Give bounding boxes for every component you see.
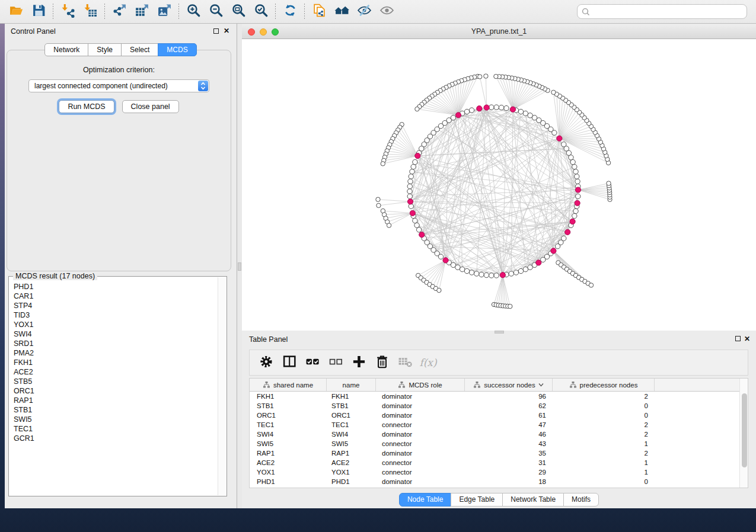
table-row[interactable]: ACE2ACE2connector311: [250, 458, 748, 467]
table-cell: TEC1: [250, 420, 327, 430]
select-all-button[interactable]: [305, 355, 320, 370]
splitter-handle[interactable]: [238, 262, 241, 271]
refresh-button[interactable]: [279, 3, 301, 21]
table-cell: RAP1: [250, 448, 327, 458]
import-network-button[interactable]: [56, 3, 79, 21]
tab-network-table[interactable]: Network Table: [502, 493, 564, 507]
mcds-result-item[interactable]: PMA2: [9, 348, 218, 358]
import-table-button[interactable]: [79, 3, 101, 21]
column-header-predecessor-nodes[interactable]: predecessor nodes: [553, 379, 655, 391]
table-cell: STB1: [250, 401, 327, 411]
close-panel-icon[interactable]: ✕: [224, 27, 229, 35]
vertical-splitter[interactable]: [237, 24, 242, 508]
open-session-button[interactable]: [5, 3, 27, 21]
mcds-result-item[interactable]: PHD1: [9, 282, 218, 291]
deselect-all-button[interactable]: [328, 355, 343, 370]
table-row[interactable]: ORC1ORC1dominator610: [250, 411, 748, 420]
save-session-button[interactable]: [27, 3, 50, 21]
control-panel-header: Control Panel ✕: [5, 24, 237, 39]
tab-style[interactable]: Style: [88, 43, 122, 56]
window-zoom-icon[interactable]: [272, 28, 279, 36]
table-panel: Table Panel ✕ f(x) shared namenameMCDS r…: [242, 331, 756, 508]
export-table-button[interactable]: [130, 3, 153, 21]
network-window-titlebar[interactable]: YPA_prune.txt_1: [242, 25, 756, 39]
table-row[interactable]: SWI4SWI4dominator462: [250, 430, 748, 439]
mcds-result-item[interactable]: SWI5: [9, 415, 218, 424]
float-panel-icon[interactable]: [213, 28, 219, 34]
mcds-result-item[interactable]: ACE2: [9, 367, 218, 377]
deselect-all-icon: [328, 354, 343, 371]
mcds-result-item[interactable]: FKH1: [9, 358, 218, 367]
table-row[interactable]: SWI5SWI5connector431: [250, 439, 748, 448]
export-image-button[interactable]: [153, 3, 176, 21]
mcds-result-item[interactable]: YOX1: [9, 320, 218, 329]
show-all-button[interactable]: [375, 3, 398, 21]
optimization-criterion-label: Optimization criterion:: [7, 66, 231, 74]
delete-column-button[interactable]: [375, 355, 389, 370]
add-column-icon: [352, 354, 366, 371]
mcds-result-item[interactable]: STB5: [9, 377, 218, 386]
column-header-successor-nodes[interactable]: successor nodes: [465, 379, 553, 391]
network-canvas[interactable]: [242, 39, 756, 331]
mcds-result-item[interactable]: RAP1: [9, 396, 218, 405]
close-panel-button[interactable]: Close panel: [122, 100, 179, 113]
tab-select[interactable]: Select: [121, 43, 158, 56]
float-table-panel-icon[interactable]: [735, 336, 741, 341]
table-cell: ORC1: [327, 411, 376, 420]
tab-edge-table[interactable]: Edge Table: [451, 493, 503, 507]
close-table-panel-icon[interactable]: ✕: [744, 335, 750, 343]
zoom-selected-button[interactable]: [250, 3, 272, 21]
hide-selected-button[interactable]: [353, 3, 375, 21]
table-cell: 62: [465, 401, 553, 411]
mcds-result-item[interactable]: CAR1: [9, 291, 218, 301]
tab-network[interactable]: Network: [44, 43, 88, 56]
table-mode-button[interactable]: [259, 355, 273, 370]
table-row[interactable]: FKH1FKH1dominator962: [250, 392, 748, 401]
tab-mcds[interactable]: MCDS: [158, 43, 196, 56]
function-builder-button[interactable]: f(x): [421, 355, 435, 370]
mcds-result-item[interactable]: SWI4: [9, 329, 218, 339]
table-cell: 1: [553, 439, 655, 448]
mcds-result-item[interactable]: STP4: [9, 301, 218, 310]
duplicate-network-button[interactable]: [308, 3, 330, 21]
zoom-in-button[interactable]: [182, 3, 205, 21]
search-field[interactable]: [577, 4, 747, 19]
zoom-out-button[interactable]: [205, 3, 227, 21]
delete-table-button[interactable]: [398, 355, 412, 370]
function-builder-icon: f(x): [419, 357, 436, 368]
zoom-fit-content-button[interactable]: [227, 3, 250, 21]
tab-node-table[interactable]: Node Table: [399, 493, 452, 507]
column-header-MCDS-role[interactable]: MCDS role: [376, 379, 465, 391]
table-toolbar: f(x): [249, 350, 748, 376]
run-mcds-button[interactable]: Run MCDS: [59, 100, 114, 113]
import-network-icon: [60, 3, 75, 20]
mcds-result-item[interactable]: TEC1: [9, 424, 218, 434]
column-header-shared-name[interactable]: shared name: [250, 379, 327, 391]
search-input[interactable]: [592, 5, 747, 18]
mcds-result-item[interactable]: TID3: [9, 310, 218, 320]
mcds-result-item[interactable]: ORC1: [9, 386, 218, 396]
table-row[interactable]: STB1STB1dominator620: [250, 401, 748, 411]
add-column-button[interactable]: [352, 355, 366, 370]
export-network-button[interactable]: [108, 3, 130, 21]
mcds-result-item[interactable]: SRD1: [9, 339, 218, 348]
tab-motifs[interactable]: Motifs: [563, 493, 599, 507]
mcds-result-item[interactable]: STB1: [9, 405, 218, 415]
table-row[interactable]: TEC1TEC1connector472: [250, 420, 748, 430]
home-view-button[interactable]: [330, 3, 353, 21]
search-icon: [582, 8, 590, 16]
table-row[interactable]: YOX1YOX1connector291: [250, 467, 748, 477]
optimization-criterion-select[interactable]: largest connected component (undirected): [28, 79, 209, 92]
window-minimize-icon[interactable]: [260, 28, 267, 36]
table-scrollbar-thumb[interactable]: [742, 393, 747, 467]
table-cell: ACE2: [250, 458, 327, 467]
mcds-result-scrollbar[interactable]: [218, 277, 226, 495]
table-row[interactable]: RAP1RAP1dominator352: [250, 448, 748, 458]
table-cell: dominator: [376, 392, 465, 401]
table-row[interactable]: PHD1PHD1dominator180: [250, 477, 748, 486]
window-close-icon[interactable]: [248, 28, 255, 36]
show-columns-button[interactable]: [282, 355, 296, 370]
column-header-name[interactable]: name: [327, 379, 376, 391]
table-scrollbar[interactable]: [739, 379, 748, 488]
mcds-result-item[interactable]: GCR1: [9, 434, 218, 443]
